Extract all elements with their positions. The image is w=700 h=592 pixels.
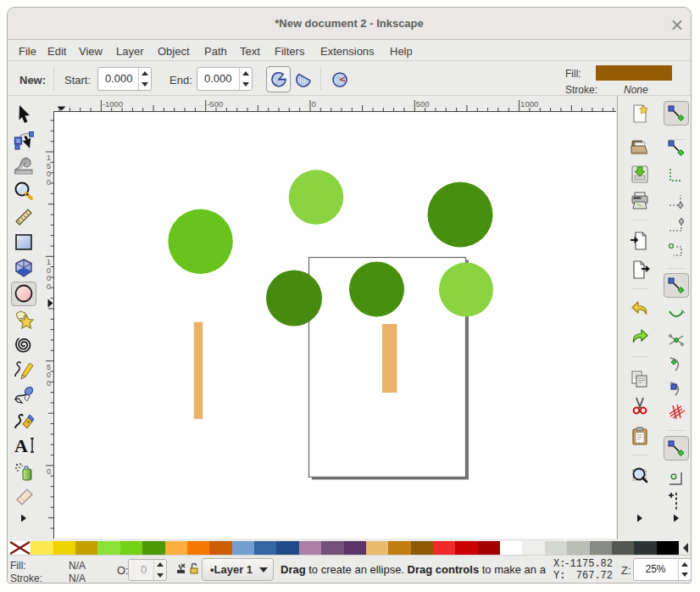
svg-text:0: 0 (47, 282, 51, 291)
svg-text:5: 5 (47, 363, 51, 371)
svg-text:1: 1 (47, 258, 51, 266)
svg-text:0: 0 (47, 170, 51, 178)
svg-text:0: 0 (47, 371, 51, 379)
svg-text:0: 0 (47, 274, 51, 282)
svg-text:0: 0 (312, 99, 316, 109)
svg-text:0: 0 (47, 266, 51, 275)
svg-text:0: 0 (47, 178, 51, 187)
svg-text:-1000: -1000 (103, 99, 123, 109)
svg-text:0: 0 (47, 379, 51, 388)
svg-text:5: 5 (47, 162, 51, 170)
svg-text:A: A (14, 435, 28, 455)
svg-text:500: 500 (416, 99, 430, 109)
svg-text:0: 0 (47, 467, 51, 476)
svg-text:-500: -500 (207, 99, 223, 109)
svg-text:1000: 1000 (520, 99, 538, 109)
svg-text:1: 1 (47, 154, 51, 162)
